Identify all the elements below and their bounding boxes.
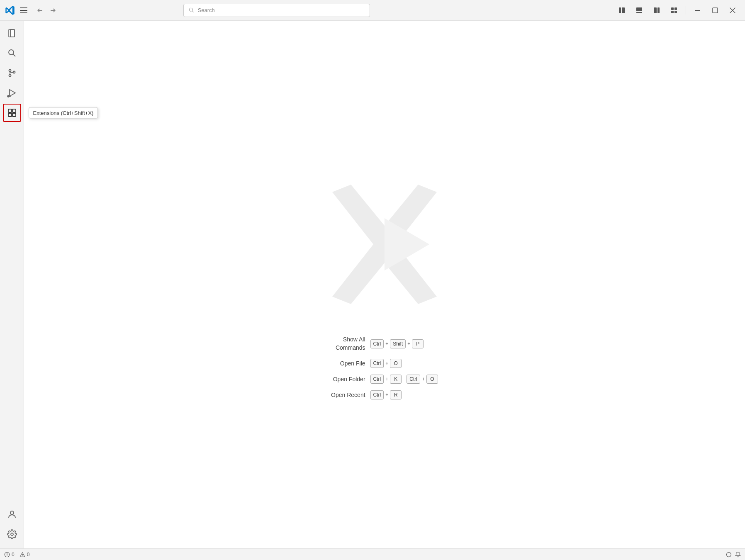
key-ctrl2: Ctrl — [407, 375, 420, 384]
svg-rect-5 — [657, 7, 660, 13]
sidebar-item-accounts[interactable] — [3, 505, 21, 523]
title-bar: Search — [0, 0, 745, 21]
key-r: R — [390, 390, 402, 399]
maximize-button[interactable] — [708, 3, 723, 18]
shortcut-label-open-recent: Open Recent — [331, 392, 365, 398]
content-area: Show AllCommands Ctrl + Shift + P Open F… — [24, 21, 745, 548]
key-sep: + — [385, 392, 389, 398]
svg-rect-13 — [10, 29, 15, 37]
svg-point-15 — [9, 50, 14, 55]
shortcut-keys-open-file: Ctrl + O — [370, 359, 438, 368]
nav-arrows — [34, 5, 59, 16]
key-shift: Shift — [390, 339, 406, 348]
svg-marker-20 — [10, 90, 15, 96]
main-area: Extensions (Ctrl+Shift+X) — [0, 21, 745, 548]
status-remote[interactable] — [726, 552, 732, 558]
svg-rect-7 — [674, 7, 677, 10]
search-bar[interactable]: Search — [183, 4, 370, 17]
svg-rect-6 — [671, 7, 674, 10]
svg-rect-11 — [713, 8, 718, 13]
sidebar-item-search[interactable] — [3, 44, 21, 62]
svg-point-29 — [10, 511, 14, 514]
shortcuts-grid: Show AllCommands Ctrl + Shift + P Open F… — [331, 336, 438, 399]
svg-rect-0 — [619, 7, 621, 13]
svg-point-22 — [7, 95, 9, 97]
svg-rect-24 — [12, 109, 16, 112]
key-sep: + — [407, 341, 411, 347]
toggle-panel[interactable] — [632, 3, 647, 18]
sidebar-item-run-debug[interactable] — [3, 84, 21, 102]
sidebar-item-extensions[interactable] — [3, 104, 21, 122]
shortcut-label-open-file: Open File — [331, 360, 365, 367]
error-count: 0 — [12, 552, 15, 558]
key-ctrl: Ctrl — [370, 339, 384, 348]
key-p: P — [412, 339, 424, 348]
back-button[interactable] — [34, 5, 46, 16]
shortcut-keys-open-folder: Ctrl + K Ctrl + O — [370, 375, 438, 384]
close-button[interactable] — [725, 3, 740, 18]
svg-rect-8 — [671, 11, 674, 13]
svg-rect-25 — [8, 113, 12, 117]
remote-icon — [726, 552, 732, 558]
svg-rect-4 — [654, 7, 657, 13]
sidebar-item-settings[interactable] — [3, 525, 21, 543]
sidebar-item-source-control[interactable] — [3, 64, 21, 82]
svg-rect-23 — [8, 109, 12, 112]
activity-bar: Extensions (Ctrl+Shift+X) — [0, 21, 24, 548]
svg-line-16 — [13, 54, 15, 57]
warning-icon — [19, 552, 25, 558]
key-sep: + — [385, 341, 389, 347]
key-sep: + — [385, 360, 389, 366]
vscode-logo — [5, 5, 15, 15]
hamburger-line — [20, 12, 27, 13]
status-warnings[interactable]: 0 — [19, 552, 30, 558]
status-errors[interactable]: 0 — [4, 552, 15, 558]
svg-point-18 — [9, 75, 11, 77]
svg-rect-10 — [695, 10, 700, 11]
svg-rect-1 — [622, 7, 625, 13]
svg-rect-9 — [674, 11, 677, 13]
hamburger-menu[interactable] — [19, 6, 28, 15]
key-sep: + — [421, 376, 425, 382]
minimize-button[interactable] — [690, 3, 705, 18]
key-ctrl: Ctrl — [370, 375, 384, 384]
svg-point-30 — [11, 533, 13, 536]
activity-bar-bottom — [3, 505, 21, 548]
status-bar: 0 0 — [0, 548, 745, 560]
notification-icon — [735, 552, 741, 558]
key-ctrl: Ctrl — [370, 359, 384, 368]
svg-rect-26 — [12, 113, 16, 117]
key-sep: + — [385, 376, 389, 382]
shortcut-label-commands: Show AllCommands — [331, 336, 365, 352]
forward-button[interactable] — [47, 5, 59, 16]
hamburger-line — [20, 10, 27, 11]
toggle-secondary-sidebar[interactable] — [649, 3, 664, 18]
svg-point-33 — [7, 555, 7, 556]
separator — [686, 6, 686, 15]
window-controls — [614, 3, 740, 18]
extensions-wrapper: Extensions (Ctrl+Shift+X) — [3, 104, 21, 122]
search-placeholder: Search — [198, 7, 215, 13]
key-ctrl: Ctrl — [370, 390, 384, 399]
activity-bar-top: Extensions (Ctrl+Shift+X) — [3, 24, 21, 505]
svg-rect-3 — [636, 12, 642, 13]
key-o2: O — [426, 375, 438, 384]
warning-count: 0 — [27, 552, 30, 558]
toggle-primary-sidebar[interactable] — [614, 3, 629, 18]
hamburger-line — [20, 7, 27, 8]
status-bar-right — [726, 552, 741, 558]
shortcut-keys-open-recent: Ctrl + R — [370, 390, 438, 399]
customize-layout[interactable] — [667, 3, 682, 18]
status-notifications[interactable] — [735, 552, 741, 558]
key-o: O — [390, 359, 402, 368]
shortcut-label-open-folder: Open Folder — [331, 376, 365, 382]
svg-point-17 — [9, 70, 11, 72]
title-bar-left — [5, 5, 59, 16]
svg-rect-2 — [636, 7, 642, 11]
error-icon — [4, 552, 10, 558]
search-icon — [189, 7, 195, 13]
key-k: K — [390, 375, 402, 384]
shortcut-keys-commands: Ctrl + Shift + P — [370, 339, 438, 348]
sidebar-item-explorer[interactable] — [3, 24, 21, 42]
vscode-large-logo — [310, 170, 459, 319]
